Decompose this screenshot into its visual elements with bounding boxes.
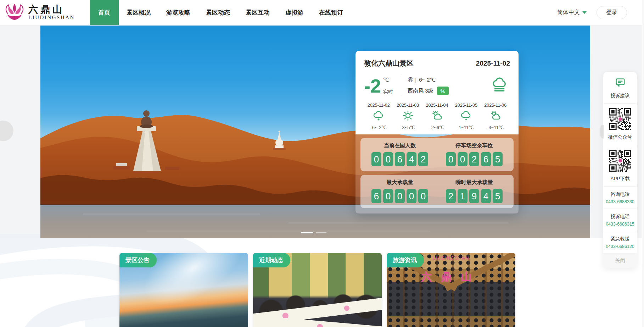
digit-box: 0 (383, 152, 393, 166)
forecast-day: 2025-11-04-2~6℃ (422, 103, 452, 130)
page-scrollbar[interactable] (642, 0, 644, 327)
snow-cloud-icon (372, 110, 385, 123)
stat-label: 最大承载量 (387, 179, 413, 186)
login-button[interactable]: 登录 (597, 6, 627, 19)
card-photo-text: 六鼎山 (387, 270, 515, 284)
news-card-recent[interactable]: 近期动态 (253, 253, 382, 327)
weather-title: 敦化六鼎山景区 (364, 59, 414, 68)
forecast-temp: -4~11℃ (487, 125, 504, 130)
card-photo-logo-text: LIUDINGSHAN (432, 256, 469, 261)
digit-box: 0 (371, 152, 381, 166)
digit-box: 1 (458, 189, 467, 203)
air-quality-badge: 优 (437, 87, 449, 95)
brand-name-cn: 六鼎山 (28, 5, 75, 15)
rain-cloud-icon (459, 110, 473, 123)
brand-text: 六鼎山 LIUDINGSHAN (28, 5, 75, 20)
digit-box: 0 (395, 189, 405, 203)
weather-date: 2025-11-02 (476, 60, 510, 67)
nav-item-vr[interactable]: 虚拟游 (278, 0, 311, 25)
carousel-indicator[interactable] (316, 232, 326, 233)
stat-1: 停车场空余车位00265 (437, 142, 511, 166)
digit-box: 6 (481, 152, 491, 166)
stat-label: 当前在园人数 (384, 142, 416, 149)
forecast-date: 2025-11-02 (368, 103, 390, 108)
language-label: 简体中文 (557, 9, 580, 16)
nav-right: 简体中文 登录 (557, 0, 644, 25)
visitor-stats: 当前在园人数00642停车场空余车位00265最大承载量60000瞬时最大承载量… (355, 134, 519, 213)
forecast-date: 2025-11-03 (397, 103, 419, 108)
stat-label: 停车场空余车位 (456, 142, 493, 149)
forecast-day: 2025-11-06-4~11℃ (481, 103, 510, 130)
stat-label: 瞬时最大承载量 (456, 179, 493, 186)
forecast-temp: -3~5℃ (401, 125, 415, 130)
weather-current: -2 ℃ 实时 雾 | -6~-2℃ 西南风 3级 优 (364, 73, 510, 99)
partly-cloudy-icon (489, 110, 502, 123)
stat-3: 瞬时最大承载量21945 (437, 179, 511, 203)
lotus-icon (4, 3, 25, 23)
floating-sidebar: 投诉建议微信公众号APP下载咨询电话0433-6688330投诉电话0433-6… (603, 72, 637, 268)
partly-cloudy-icon (430, 110, 444, 123)
nav-item-booking[interactable]: 在线预订 (311, 0, 351, 25)
wechat-qr-code (609, 108, 631, 132)
chevron-down-icon (582, 11, 587, 14)
sidebar-item-feedback[interactable]: 投诉建议 (603, 72, 637, 104)
sidebar-collapse-handle[interactable] (600, 125, 604, 138)
nav-item-interact[interactable]: 景区互动 (238, 0, 278, 25)
sidebar-item-phone-0: 咨询电话0433-6688330 (603, 187, 637, 209)
brand-logo[interactable]: 六鼎山 LIUDINGSHAN (0, 0, 87, 25)
sidebar-item-phone-2: 紧急救援0433-6686120 (603, 231, 637, 254)
phone-label: 投诉电话 (611, 214, 630, 220)
stat-digits: 00642 (371, 152, 428, 166)
digit-box: 5 (493, 189, 503, 203)
current-temp: -2 (364, 76, 381, 95)
nav-item-news[interactable]: 景区动态 (198, 0, 238, 25)
sidebar-item-phone-1: 投诉电话0433-6686315 (603, 209, 637, 231)
card-badge: 旅游资讯 (387, 253, 424, 267)
digit-box: 0 (446, 152, 456, 166)
divider (401, 76, 401, 96)
news-card-info[interactable]: LIUDINGSHAN六鼎山旅游资讯 (387, 253, 515, 327)
weather-widget: 敦化六鼎山景区 2025-11-02 -2 ℃ 实时 雾 | -6~-2℃ 西南… (355, 51, 519, 214)
digit-box: 2 (469, 152, 479, 166)
phone-number: 0433-6686315 (606, 222, 634, 227)
feedback-comment-icon (614, 77, 627, 90)
weather-panel: 敦化六鼎山景区 2025-11-02 -2 ℃ 实时 雾 | -6~-2℃ 西南… (355, 51, 519, 134)
carousel-indicators (301, 232, 326, 233)
app-label: APP下载 (610, 176, 629, 182)
forecast-day: 2025-11-02-6~-2℃ (364, 103, 393, 130)
sidebar-item-wechat-qr: 微信公众号 (603, 104, 637, 145)
brand-name-en: LIUDINGSHAN (28, 15, 75, 21)
forecast-temp: -6~-2℃ (371, 125, 387, 130)
app-qr-code (609, 150, 631, 173)
digit-box: 6 (395, 152, 405, 166)
forecast-day: 2025-11-03-3~5℃ (393, 103, 422, 130)
news-card-notice[interactable]: 景区公告 (119, 253, 248, 327)
sidebar-item-app-qr: APP下载 (603, 145, 637, 187)
digit-box: 2 (446, 189, 456, 203)
fog-icon (489, 77, 509, 95)
digit-box: 2 (418, 152, 428, 166)
stat-2: 最大承载量60000 (363, 179, 437, 203)
nav-item-home[interactable]: 首页 (90, 0, 119, 25)
stats-row: 最大承载量60000瞬时最大承载量21945 (360, 175, 514, 208)
realtime-label: 实时 (383, 89, 393, 95)
stat-digits: 00265 (446, 152, 503, 166)
sidebar-close-button[interactable]: 关闭 (603, 254, 637, 268)
nav-item-overview[interactable]: 景区概况 (119, 0, 158, 25)
main-nav: 首页景区概况游览攻略景区动态景区互动虚拟游在线预订 (90, 0, 351, 25)
language-selector[interactable]: 简体中文 (557, 9, 587, 16)
temp-unit: ℃ (383, 77, 393, 83)
stat-digits: 21945 (446, 189, 503, 203)
digit-box: 0 (407, 189, 416, 203)
liudingshan-homepage: 六鼎山 LIUDINGSHAN 首页景区概况游览攻略景区动态景区互动虚拟游在线预… (0, 0, 644, 327)
nav-item-guide[interactable]: 游览攻略 (158, 0, 198, 25)
wechat-label: 微信公众号 (608, 134, 632, 140)
phone-number: 0433-6688330 (606, 199, 634, 204)
digit-box: 0 (458, 152, 467, 166)
feedback-label: 投诉建议 (611, 93, 630, 99)
current-condition: 雾 | -6~-2℃ (408, 77, 449, 83)
phone-label: 咨询电话 (611, 191, 630, 198)
forecast-date: 2025-11-06 (484, 103, 506, 108)
carousel-indicator-active[interactable] (301, 232, 313, 233)
stat-digits: 60000 (371, 189, 428, 203)
